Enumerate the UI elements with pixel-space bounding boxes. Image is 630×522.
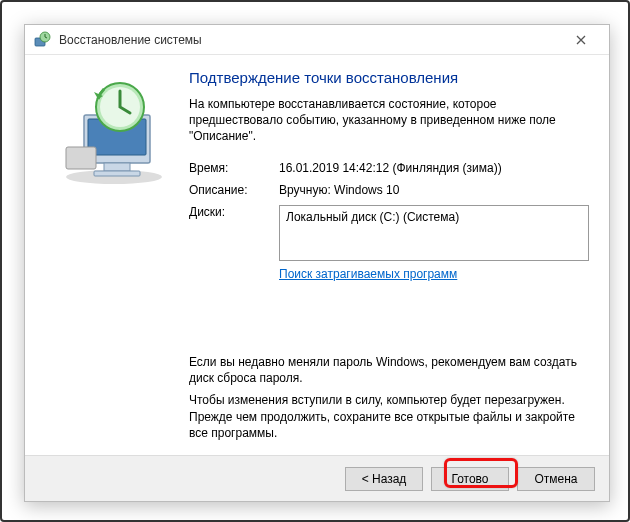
time-label: Время: — [189, 161, 279, 175]
drives-list: Локальный диск (C:) (Система) — [279, 205, 589, 261]
time-value: 16.01.2019 14:42:12 (Финляндия (зима)) — [279, 161, 589, 175]
system-restore-hero-icon — [54, 77, 174, 187]
description-row: Описание: Вручную: Windows 10 — [189, 183, 589, 197]
back-button[interactable]: < Назад — [345, 467, 423, 491]
description-label: Описание: — [189, 183, 279, 197]
system-restore-icon — [33, 31, 51, 49]
button-bar: < Назад Готово Отмена — [25, 455, 609, 501]
restart-warning-text: Чтобы изменения вступили в силу, компьют… — [189, 392, 589, 441]
details-pane: Подтверждение точки восстановления На ко… — [189, 69, 589, 447]
illustration-pane — [39, 69, 189, 447]
dialog-content: Подтверждение точки восстановления На ко… — [25, 55, 609, 455]
window-title: Восстановление системы — [59, 33, 202, 47]
drives-row: Диски: Локальный диск (C:) (Система) Пои… — [189, 205, 589, 311]
page-description: На компьютере восстанавливается состояни… — [189, 96, 589, 145]
dialog-window: Восстановление системы — [24, 24, 610, 502]
svg-rect-6 — [94, 171, 140, 176]
svg-rect-7 — [66, 147, 96, 169]
password-warning-text: Если вы недавно меняли пароль Windows, р… — [189, 354, 589, 386]
drive-item: Локальный диск (C:) (Система) — [286, 210, 459, 224]
page-heading: Подтверждение точки восстановления — [189, 69, 589, 86]
finish-button[interactable]: Готово — [431, 467, 509, 491]
description-value: Вручную: Windows 10 — [279, 183, 589, 197]
title-bar: Восстановление системы — [25, 25, 609, 55]
cancel-button[interactable]: Отмена — [517, 467, 595, 491]
scan-affected-programs-link[interactable]: Поиск затрагиваемых программ — [279, 267, 589, 281]
time-row: Время: 16.01.2019 14:42:12 (Финляндия (з… — [189, 161, 589, 175]
drives-label: Диски: — [189, 205, 279, 219]
close-icon[interactable] — [561, 26, 601, 54]
screenshot-frame: Восстановление системы — [0, 0, 630, 522]
svg-rect-5 — [104, 163, 130, 171]
